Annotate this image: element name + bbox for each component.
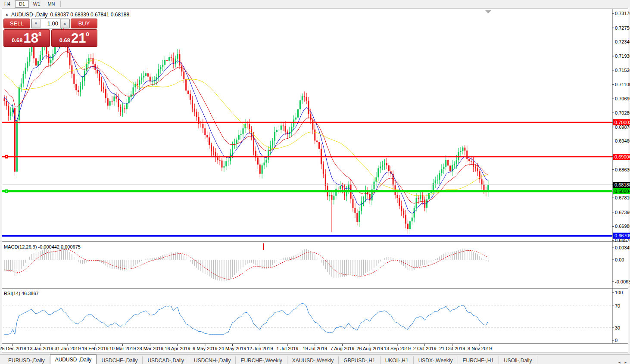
date-axis-label: 28 Mar 2019 xyxy=(137,346,163,351)
buy-price-pips: 21 xyxy=(71,31,86,45)
panel-frames xyxy=(2,9,628,344)
buy-price-box[interactable]: 0.68 21 0 xyxy=(51,29,98,47)
price-tag-0.70002: 0.70002 xyxy=(613,119,630,125)
buy-button[interactable]: BUY xyxy=(71,19,97,28)
date-axis-label: 2 Oct 2019 xyxy=(413,346,437,351)
price-axis-label: 0.72340 xyxy=(615,39,630,45)
price-axis-label: 0.69460 xyxy=(615,138,630,144)
date-axis-label: 7 Aug 2019 xyxy=(331,346,355,351)
sell-price-point: 8 xyxy=(38,31,41,37)
price-axis-label: 0.71520 xyxy=(615,67,630,73)
moving-average-17 xyxy=(4,52,488,203)
date-axis-label: 13 Jan 2019 xyxy=(27,346,53,351)
volume-down-icon[interactable]: ▼ xyxy=(31,19,41,28)
horizontal-level-lines[interactable] xyxy=(2,122,612,236)
date-axis-label: 10 Mar 2019 xyxy=(109,346,136,351)
tab-scroll-arrows: ◂ ▸ xyxy=(618,360,630,364)
rsi-axis-label: 100 xyxy=(615,289,623,296)
price-tag-0.69006: 0.69006 xyxy=(613,154,630,160)
date-axis-label: 19 Jul 2019 xyxy=(303,346,327,351)
macd-signal-line xyxy=(4,249,488,279)
price-axis-label: 0.71100 xyxy=(615,81,630,87)
chart-tab-usdchf-daily[interactable]: USDCHF-,Daily xyxy=(97,356,143,364)
terminal-screen: H4D1W1MN ▲ AUDUSD-,Daily 0.68037 0.68339… xyxy=(0,0,630,364)
chart-tab-usoil-daily[interactable]: USOil-,Daily xyxy=(499,356,537,364)
candlestick-series xyxy=(4,24,489,234)
date-axis-label: 19 Feb 2019 xyxy=(82,346,109,351)
date-axis-label: 13 Sep 2019 xyxy=(384,346,411,351)
date-axis-label: 24 May 2019 xyxy=(219,346,246,351)
price-axis-label: 0.70280 xyxy=(615,110,630,116)
chart-tab-eurchf-h1[interactable]: EURCHF-,H1 xyxy=(458,356,499,364)
chart-tab-audusd-daily[interactable]: AUDUSD-,Daily xyxy=(50,355,97,364)
tab-scroll-left-icon[interactable]: ◂ xyxy=(618,360,621,364)
date-axis-label: 1 Jul 2019 xyxy=(277,346,299,351)
date-axis-label: 16 Apr 2019 xyxy=(165,346,190,351)
volume-spinner: ▼ 1.00 ▲ xyxy=(31,19,70,28)
price-axis-label: 0.67810 xyxy=(615,195,630,201)
rsi-line xyxy=(4,303,488,334)
macd-axis-label: 0.00349 xyxy=(615,245,630,251)
ma-17-line xyxy=(4,52,488,203)
volume-up-icon[interactable]: ▲ xyxy=(60,19,69,28)
price-axis-label: 0.73170 xyxy=(615,10,630,16)
chart-ohlc-values: 0.68037 0.68339 0.67841 0.68188 xyxy=(50,12,130,18)
volume-input[interactable]: 1.00 xyxy=(41,19,60,28)
rsi-axis-label: 0 xyxy=(615,337,618,343)
date-axis-label: 6 May 2019 xyxy=(193,346,217,351)
chart-tab-eurchf-weekly[interactable]: EURCHF-,Weekly xyxy=(236,356,287,364)
price-axis-label: 0.72750 xyxy=(615,25,630,31)
scroll-marker[interactable] xyxy=(485,10,491,13)
axis-ticks xyxy=(13,13,614,346)
buy-price-point: 0 xyxy=(86,31,89,37)
date-axis-label: 21 Oct 2019 xyxy=(439,346,465,351)
rsi-axis-label: 30 xyxy=(615,325,620,331)
price-axis-label: 0.67390 xyxy=(615,209,630,215)
chart-title: ▲ AUDUSD-,Daily 0.68037 0.68339 0.67841 … xyxy=(5,12,129,18)
rsi-label: RSI(14) 46.3867 xyxy=(4,291,39,296)
price-tag-0.68004: 0.68004 xyxy=(613,188,630,194)
ma-8-line xyxy=(4,43,488,213)
chart-canvas[interactable] xyxy=(0,0,630,364)
sell-price-base: 0.68 xyxy=(12,37,22,44)
rsi-axis-label: 70 xyxy=(615,303,620,309)
price-axis-label: 0.68630 xyxy=(615,167,630,173)
chart-tab-eurusd-daily[interactable]: EURUSD-,Daily xyxy=(3,356,50,364)
date-axis-label: 25 Dec 2018 xyxy=(0,346,26,351)
chart-tab-gbpusd-h1[interactable]: GBPUSD-,H1 xyxy=(339,356,380,364)
buy-price-base: 0.68 xyxy=(59,37,70,44)
ma-34-line xyxy=(4,60,488,196)
date-axis-label: 12 Jun 2019 xyxy=(247,346,273,351)
price-axis-label: 0.70690 xyxy=(615,96,630,102)
macd-axis-label: 0.00 xyxy=(615,257,624,263)
chart-symbol-label: AUDUSD-,Daily xyxy=(11,12,48,18)
collapse-icon[interactable]: ▲ xyxy=(5,13,9,16)
price-tag-0.68188: 0.68188 xyxy=(613,182,630,188)
one-click-trade-panel: SELL ▼ 1.00 ▲ BUY 0.68 18 8 0.68 21 0 xyxy=(3,19,97,47)
price-axis-label: 0.66980 xyxy=(615,223,630,229)
chart-tab-ukoil-h1[interactable]: UKOil-,H1 xyxy=(380,356,414,364)
moving-average-34 xyxy=(4,60,488,196)
sell-price-pips: 18 xyxy=(24,31,38,45)
moving-average-8 xyxy=(4,43,488,213)
chart-tabs: EURUSD-,DailyAUDUSD-,DailyUSDCHF-,DailyU… xyxy=(3,355,537,364)
chart-tab-usdx-weekly[interactable]: USDX-,Weekly xyxy=(414,356,458,364)
scroll-marker-icon xyxy=(485,10,491,13)
chart-tab-usdcad-daily[interactable]: USDCAD-,Daily xyxy=(143,356,189,364)
macd-label: MACD(12,26,9) -0.000442 0.000675 xyxy=(4,244,81,249)
sell-price-box[interactable]: 0.68 18 8 xyxy=(3,29,50,47)
chart-tab-usdcnh-daily[interactable]: USDCNH-,Daily xyxy=(189,356,236,364)
chart-tab-xauusd-weekly[interactable]: XAUUSD-,Weekly xyxy=(287,356,339,364)
price-tag-0.66705: 0.66705 xyxy=(613,233,630,239)
chart-tab-bar: EURUSD-,DailyAUDUSD-,DailyUSDCHF-,DailyU… xyxy=(0,354,630,364)
date-axis-label: 26 Aug 2019 xyxy=(356,346,383,351)
sell-button[interactable]: SELL xyxy=(3,19,30,28)
date-axis-label: 31 Jan 2019 xyxy=(55,346,81,351)
date-axis-label: 8 Nov 2019 xyxy=(468,346,492,351)
tab-scroll-right-icon[interactable]: ▸ xyxy=(624,360,627,364)
price-axis-label: 0.71930 xyxy=(615,53,630,59)
macd-axis-label: -0.00637 xyxy=(615,279,630,285)
rsi-indicator xyxy=(3,303,612,334)
